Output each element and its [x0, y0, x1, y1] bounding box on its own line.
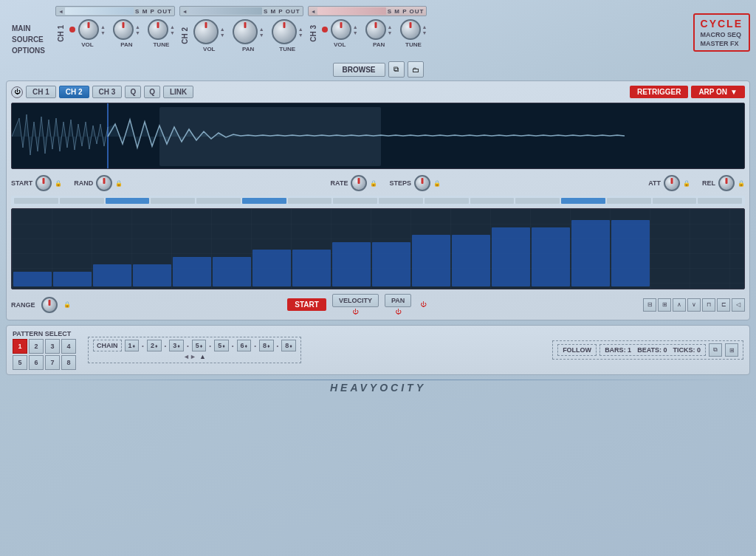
- seq-icon-6[interactable]: ⊏: [717, 298, 730, 312]
- browse-folder-icon[interactable]: 🗀: [408, 61, 424, 78]
- svg-rect-8: [213, 257, 251, 286]
- nav-main[interactable]: MAIN: [10, 24, 47, 33]
- pat-btn-7[interactable]: 7: [45, 355, 60, 370]
- step-ind-10[interactable]: [470, 198, 515, 204]
- rand-knob[interactable]: [96, 175, 112, 191]
- ch2-vol-arrows[interactable]: ▲▼: [220, 27, 225, 38]
- chain-num-5[interactable]: 5♦: [214, 340, 229, 351]
- ch3-pan-arrows[interactable]: ▲▼: [388, 24, 393, 35]
- step-ind-14[interactable]: [653, 198, 697, 204]
- start-mode-button[interactable]: START: [287, 298, 326, 311]
- velocity-button[interactable]: VELOCITY: [332, 294, 379, 307]
- tab-ch1[interactable]: CH 1: [26, 86, 56, 98]
- att-knob[interactable]: [664, 175, 680, 191]
- arp-on-button[interactable]: ARP ON ▼: [691, 86, 745, 98]
- ch2-smp-fill: [189, 7, 262, 15]
- step-ind-3[interactable]: [151, 198, 195, 204]
- pat-btn-3[interactable]: 3: [45, 339, 60, 354]
- macro-seq-label[interactable]: MACRO SEQ: [701, 31, 743, 38]
- ch2-tune-arrows[interactable]: ▲▼: [298, 27, 303, 38]
- master-fx-label[interactable]: MASTER FX: [701, 40, 743, 47]
- seq-icon-1[interactable]: ⊟: [643, 298, 656, 312]
- chain-num-4[interactable]: 5♦: [192, 340, 207, 351]
- pat-btn-5[interactable]: 5: [13, 355, 27, 370]
- ch2-pan-knob[interactable]: [233, 19, 258, 44]
- ch3-pan-knob[interactable]: [365, 19, 386, 40]
- follow-button[interactable]: FOLLOW: [557, 344, 597, 356]
- browse-button[interactable]: BROWSE: [333, 63, 385, 77]
- start-power-icon[interactable]: ⏻: [352, 309, 358, 315]
- ch3-tune-arrows[interactable]: ▲▼: [422, 24, 427, 35]
- waveform-svg: [12, 103, 744, 168]
- steps-knob[interactable]: [414, 175, 430, 191]
- browse-copy-icon[interactable]: ⧉: [388, 61, 405, 78]
- tab-link[interactable]: LINK: [163, 86, 193, 98]
- chain-num-1[interactable]: 1♦: [125, 340, 140, 351]
- rate-knob[interactable]: [351, 175, 367, 191]
- nav-source[interactable]: SOURCE: [10, 35, 47, 44]
- step-ind-2[interactable]: [106, 198, 150, 204]
- att-ctrl: ATT 🔒: [648, 175, 690, 191]
- rand-ctrl: RAND 🔒: [74, 175, 123, 191]
- pat-btn-4[interactable]: 4: [61, 339, 76, 354]
- cycle-label[interactable]: CYCLE: [701, 18, 743, 30]
- ch1-pan-knob[interactable]: [113, 19, 134, 40]
- seq-icon-3[interactable]: ∧: [673, 298, 686, 312]
- step-ind-15[interactable]: [698, 198, 742, 204]
- tab-ch3[interactable]: CH 3: [92, 86, 123, 98]
- range-knob[interactable]: [41, 297, 58, 313]
- ch3-vol-knob[interactable]: [331, 19, 351, 40]
- pat-btn-2[interactable]: 2: [29, 339, 44, 354]
- channel-3: ◄ S M P OUT CH 3 ▲▼ VOL: [308, 6, 427, 48]
- chain-num-8[interactable]: 8♦: [281, 340, 296, 351]
- step-ind-9[interactable]: [425, 198, 469, 204]
- editor-power-button[interactable]: ⏻: [11, 86, 23, 98]
- step-ind-12[interactable]: [561, 198, 605, 204]
- pan-power-icon[interactable]: ⏻: [420, 301, 426, 308]
- pat-btn-1[interactable]: 1: [13, 339, 27, 354]
- ch1-vol-arrows[interactable]: ▲▼: [100, 24, 106, 35]
- seq-icon-5[interactable]: ⊓: [702, 298, 715, 312]
- seq-icon-7[interactable]: ◁: [732, 298, 745, 312]
- tab-ch2[interactable]: CH 2: [59, 86, 89, 98]
- chain-num-7[interactable]: 8♦: [259, 340, 274, 351]
- ch1-vol-knob[interactable]: [78, 19, 99, 40]
- step-ind-0[interactable]: [14, 198, 58, 204]
- ch1-tune-arrows[interactable]: ▲▼: [170, 24, 175, 35]
- step-ind-6[interactable]: [288, 198, 332, 204]
- seq-icon-4[interactable]: ∨: [687, 298, 701, 312]
- pattern-copy-icon[interactable]: ⧉: [709, 343, 722, 357]
- step-ind-13[interactable]: [607, 198, 651, 204]
- step-ind-8[interactable]: [379, 198, 423, 204]
- ch2-vol-knob[interactable]: [193, 19, 219, 44]
- step-ind-7[interactable]: [333, 198, 377, 204]
- tab-q2[interactable]: Q: [144, 86, 160, 98]
- chain-num-6[interactable]: 6♦: [237, 340, 252, 351]
- retrigger-button[interactable]: RETRIGGER: [630, 86, 688, 98]
- ch3-vol-arrows[interactable]: ▲▼: [353, 24, 358, 35]
- tab-q1[interactable]: Q: [125, 86, 141, 98]
- rel-knob[interactable]: [718, 175, 735, 191]
- ch3-tune-knob[interactable]: [400, 19, 421, 40]
- pattern-paste-icon[interactable]: ⊞: [725, 343, 738, 357]
- chain-num-3[interactable]: 3♦: [169, 340, 184, 351]
- chain-num-2[interactable]: 2♦: [147, 340, 162, 351]
- step-ind-1[interactable]: [60, 198, 104, 204]
- ch1-tune-knob[interactable]: [148, 19, 168, 40]
- waveform-display[interactable]: [11, 103, 745, 169]
- pan-button[interactable]: PAN: [385, 294, 411, 307]
- step-ind-5[interactable]: [242, 198, 286, 204]
- ch1-pan-arrows[interactable]: ▲▼: [135, 24, 140, 35]
- ch2-tune-knob[interactable]: [272, 19, 297, 44]
- nav-options[interactable]: OPTIONS: [10, 46, 47, 55]
- rel-label: REL: [702, 179, 715, 187]
- sequencer-grid[interactable]: [11, 208, 745, 289]
- start-knob[interactable]: [35, 175, 52, 191]
- step-ind-4[interactable]: [196, 198, 241, 204]
- seq-icon-2[interactable]: ⊞: [658, 298, 671, 312]
- step-ind-11[interactable]: [515, 198, 560, 204]
- ch2-pan-arrows[interactable]: ▲▼: [259, 27, 264, 38]
- velocity-power-icon[interactable]: ⏻: [395, 309, 401, 315]
- pat-btn-6[interactable]: 6: [29, 355, 44, 370]
- pat-btn-8[interactable]: 8: [61, 355, 76, 370]
